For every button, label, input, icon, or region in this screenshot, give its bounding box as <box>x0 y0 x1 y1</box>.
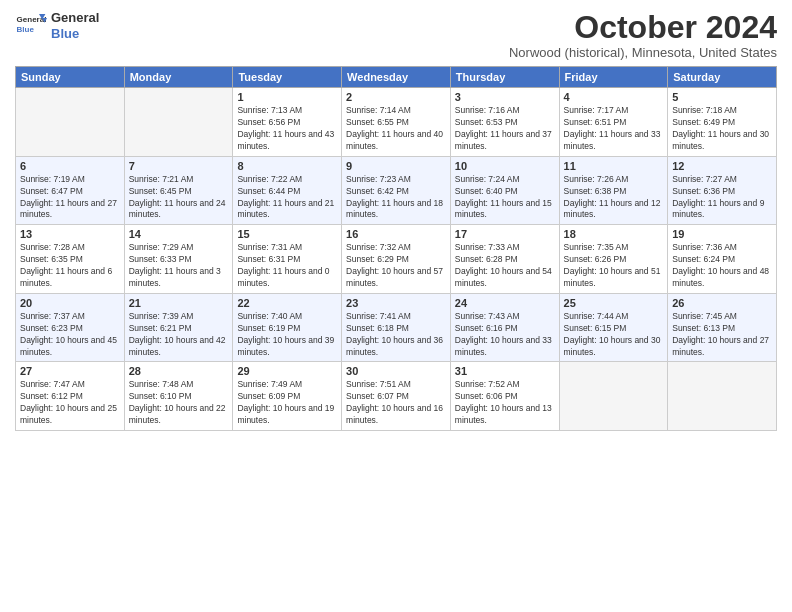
day-number: 24 <box>455 297 555 309</box>
calendar-week-row-3: 13Sunrise: 7:28 AM Sunset: 6:35 PM Dayli… <box>16 225 777 294</box>
calendar-week-row-4: 20Sunrise: 7:37 AM Sunset: 6:23 PM Dayli… <box>16 293 777 362</box>
day-number: 12 <box>672 160 772 172</box>
calendar-cell: 21Sunrise: 7:39 AM Sunset: 6:21 PM Dayli… <box>124 293 233 362</box>
logo: General Blue General Blue <box>15 10 99 42</box>
calendar-table: SundayMondayTuesdayWednesdayThursdayFrid… <box>15 66 777 431</box>
calendar-cell: 17Sunrise: 7:33 AM Sunset: 6:28 PM Dayli… <box>450 225 559 294</box>
calendar-cell: 4Sunrise: 7:17 AM Sunset: 6:51 PM Daylig… <box>559 88 668 157</box>
calendar-cell: 19Sunrise: 7:36 AM Sunset: 6:24 PM Dayli… <box>668 225 777 294</box>
day-detail: Sunrise: 7:23 AM Sunset: 6:42 PM Dayligh… <box>346 174 446 222</box>
calendar-cell: 31Sunrise: 7:52 AM Sunset: 6:06 PM Dayli… <box>450 362 559 431</box>
day-detail: Sunrise: 7:17 AM Sunset: 6:51 PM Dayligh… <box>564 105 664 153</box>
day-number: 25 <box>564 297 664 309</box>
calendar-cell: 5Sunrise: 7:18 AM Sunset: 6:49 PM Daylig… <box>668 88 777 157</box>
day-detail: Sunrise: 7:51 AM Sunset: 6:07 PM Dayligh… <box>346 379 446 427</box>
day-number: 4 <box>564 91 664 103</box>
day-number: 30 <box>346 365 446 377</box>
day-number: 1 <box>237 91 337 103</box>
calendar-week-row-1: 1Sunrise: 7:13 AM Sunset: 6:56 PM Daylig… <box>16 88 777 157</box>
calendar-cell: 12Sunrise: 7:27 AM Sunset: 6:36 PM Dayli… <box>668 156 777 225</box>
column-header-saturday: Saturday <box>668 67 777 88</box>
calendar-cell <box>559 362 668 431</box>
calendar-cell: 27Sunrise: 7:47 AM Sunset: 6:12 PM Dayli… <box>16 362 125 431</box>
calendar-cell: 8Sunrise: 7:22 AM Sunset: 6:44 PM Daylig… <box>233 156 342 225</box>
day-detail: Sunrise: 7:47 AM Sunset: 6:12 PM Dayligh… <box>20 379 120 427</box>
day-detail: Sunrise: 7:44 AM Sunset: 6:15 PM Dayligh… <box>564 311 664 359</box>
day-detail: Sunrise: 7:45 AM Sunset: 6:13 PM Dayligh… <box>672 311 772 359</box>
day-detail: Sunrise: 7:41 AM Sunset: 6:18 PM Dayligh… <box>346 311 446 359</box>
day-detail: Sunrise: 7:14 AM Sunset: 6:55 PM Dayligh… <box>346 105 446 153</box>
page-header: General Blue General Blue October 2024 N… <box>15 10 777 60</box>
day-number: 7 <box>129 160 229 172</box>
column-header-thursday: Thursday <box>450 67 559 88</box>
calendar-cell <box>668 362 777 431</box>
day-number: 5 <box>672 91 772 103</box>
calendar-cell: 23Sunrise: 7:41 AM Sunset: 6:18 PM Dayli… <box>342 293 451 362</box>
day-detail: Sunrise: 7:28 AM Sunset: 6:35 PM Dayligh… <box>20 242 120 290</box>
calendar-cell: 28Sunrise: 7:48 AM Sunset: 6:10 PM Dayli… <box>124 362 233 431</box>
day-detail: Sunrise: 7:27 AM Sunset: 6:36 PM Dayligh… <box>672 174 772 222</box>
day-detail: Sunrise: 7:31 AM Sunset: 6:31 PM Dayligh… <box>237 242 337 290</box>
day-detail: Sunrise: 7:49 AM Sunset: 6:09 PM Dayligh… <box>237 379 337 427</box>
calendar-week-row-5: 27Sunrise: 7:47 AM Sunset: 6:12 PM Dayli… <box>16 362 777 431</box>
day-detail: Sunrise: 7:19 AM Sunset: 6:47 PM Dayligh… <box>20 174 120 222</box>
title-area: October 2024 Norwood (historical), Minne… <box>509 10 777 60</box>
day-detail: Sunrise: 7:21 AM Sunset: 6:45 PM Dayligh… <box>129 174 229 222</box>
calendar-cell: 18Sunrise: 7:35 AM Sunset: 6:26 PM Dayli… <box>559 225 668 294</box>
day-number: 8 <box>237 160 337 172</box>
day-number: 18 <box>564 228 664 240</box>
column-header-monday: Monday <box>124 67 233 88</box>
calendar-cell: 9Sunrise: 7:23 AM Sunset: 6:42 PM Daylig… <box>342 156 451 225</box>
day-number: 11 <box>564 160 664 172</box>
calendar-cell <box>124 88 233 157</box>
day-number: 29 <box>237 365 337 377</box>
day-detail: Sunrise: 7:33 AM Sunset: 6:28 PM Dayligh… <box>455 242 555 290</box>
logo-text-blue: Blue <box>51 26 99 42</box>
calendar-cell: 11Sunrise: 7:26 AM Sunset: 6:38 PM Dayli… <box>559 156 668 225</box>
day-number: 3 <box>455 91 555 103</box>
calendar-cell: 14Sunrise: 7:29 AM Sunset: 6:33 PM Dayli… <box>124 225 233 294</box>
day-detail: Sunrise: 7:16 AM Sunset: 6:53 PM Dayligh… <box>455 105 555 153</box>
day-number: 10 <box>455 160 555 172</box>
calendar-cell: 25Sunrise: 7:44 AM Sunset: 6:15 PM Dayli… <box>559 293 668 362</box>
day-number: 9 <box>346 160 446 172</box>
day-detail: Sunrise: 7:43 AM Sunset: 6:16 PM Dayligh… <box>455 311 555 359</box>
day-number: 27 <box>20 365 120 377</box>
day-detail: Sunrise: 7:29 AM Sunset: 6:33 PM Dayligh… <box>129 242 229 290</box>
day-number: 16 <box>346 228 446 240</box>
column-header-tuesday: Tuesday <box>233 67 342 88</box>
day-number: 28 <box>129 365 229 377</box>
day-number: 17 <box>455 228 555 240</box>
column-header-wednesday: Wednesday <box>342 67 451 88</box>
day-detail: Sunrise: 7:36 AM Sunset: 6:24 PM Dayligh… <box>672 242 772 290</box>
day-detail: Sunrise: 7:48 AM Sunset: 6:10 PM Dayligh… <box>129 379 229 427</box>
day-number: 31 <box>455 365 555 377</box>
calendar-header-row: SundayMondayTuesdayWednesdayThursdayFrid… <box>16 67 777 88</box>
day-detail: Sunrise: 7:24 AM Sunset: 6:40 PM Dayligh… <box>455 174 555 222</box>
calendar-cell: 20Sunrise: 7:37 AM Sunset: 6:23 PM Dayli… <box>16 293 125 362</box>
day-detail: Sunrise: 7:35 AM Sunset: 6:26 PM Dayligh… <box>564 242 664 290</box>
day-number: 23 <box>346 297 446 309</box>
day-detail: Sunrise: 7:22 AM Sunset: 6:44 PM Dayligh… <box>237 174 337 222</box>
column-header-friday: Friday <box>559 67 668 88</box>
day-detail: Sunrise: 7:26 AM Sunset: 6:38 PM Dayligh… <box>564 174 664 222</box>
day-number: 15 <box>237 228 337 240</box>
calendar-week-row-2: 6Sunrise: 7:19 AM Sunset: 6:47 PM Daylig… <box>16 156 777 225</box>
calendar-cell: 10Sunrise: 7:24 AM Sunset: 6:40 PM Dayli… <box>450 156 559 225</box>
day-number: 22 <box>237 297 337 309</box>
day-detail: Sunrise: 7:13 AM Sunset: 6:56 PM Dayligh… <box>237 105 337 153</box>
calendar-cell: 22Sunrise: 7:40 AM Sunset: 6:19 PM Dayli… <box>233 293 342 362</box>
month-title: October 2024 <box>509 10 777 45</box>
calendar-cell: 30Sunrise: 7:51 AM Sunset: 6:07 PM Dayli… <box>342 362 451 431</box>
column-header-sunday: Sunday <box>16 67 125 88</box>
day-detail: Sunrise: 7:18 AM Sunset: 6:49 PM Dayligh… <box>672 105 772 153</box>
calendar-cell: 13Sunrise: 7:28 AM Sunset: 6:35 PM Dayli… <box>16 225 125 294</box>
logo-text-general: General <box>51 10 99 26</box>
calendar-cell: 6Sunrise: 7:19 AM Sunset: 6:47 PM Daylig… <box>16 156 125 225</box>
day-detail: Sunrise: 7:40 AM Sunset: 6:19 PM Dayligh… <box>237 311 337 359</box>
calendar-cell: 2Sunrise: 7:14 AM Sunset: 6:55 PM Daylig… <box>342 88 451 157</box>
day-number: 20 <box>20 297 120 309</box>
calendar-cell: 1Sunrise: 7:13 AM Sunset: 6:56 PM Daylig… <box>233 88 342 157</box>
calendar-cell: 7Sunrise: 7:21 AM Sunset: 6:45 PM Daylig… <box>124 156 233 225</box>
day-detail: Sunrise: 7:52 AM Sunset: 6:06 PM Dayligh… <box>455 379 555 427</box>
